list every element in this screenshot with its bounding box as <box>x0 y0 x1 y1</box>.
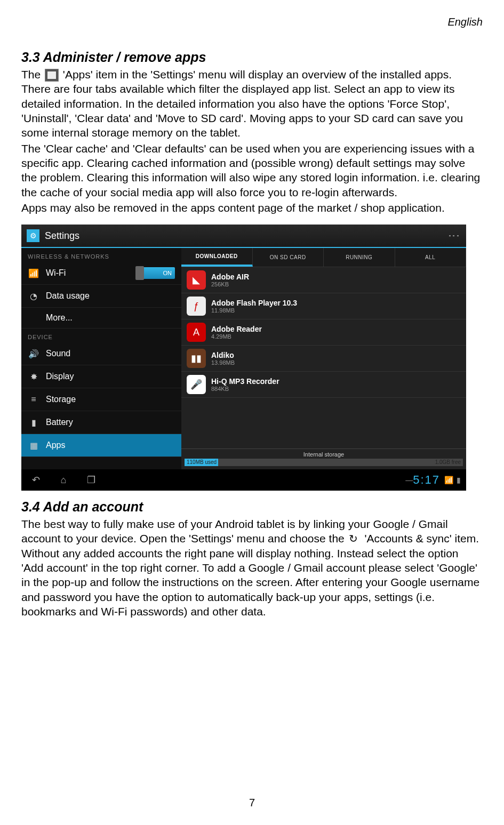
sidebar-item-data-usage[interactable]: ◔ Data usage <box>21 285 181 308</box>
app-icon: A <box>187 323 206 342</box>
system-navbar: ↶ ⌂ ❐ — 5:17 📶 ▮ <box>21 469 466 491</box>
sidebar-section-device: DEVICE <box>21 329 181 342</box>
settings-body: WIRELESS & NETWORKS 📶 Wi-Fi ON ◔ Data us… <box>21 248 466 469</box>
sidebar-item-storage[interactable]: ≡ Storage <box>21 388 181 411</box>
apps-icon: ▦ <box>28 439 39 451</box>
paragraph: The 'Clear cache' and 'Clear defaults' c… <box>21 141 483 199</box>
sidebar-item-apps[interactable]: ▦ Apps <box>21 434 181 457</box>
app-name: Adobe Flash Player 10.3 <box>211 299 297 307</box>
page-number: 7 <box>0 797 504 809</box>
settings-sidebar: WIRELESS & NETWORKS 📶 Wi-Fi ON ◔ Data us… <box>21 248 181 469</box>
app-icon: 🎤 <box>187 375 206 394</box>
wifi-status-icon: 📶 <box>444 476 453 484</box>
tab-all[interactable]: ALL <box>395 248 467 267</box>
text-fragment: 'Accounts & sync' item. Without any adde… <box>21 532 479 618</box>
app-row[interactable]: ƒAdobe Flash Player 10.311.98MB <box>181 293 466 319</box>
app-name: Hi-Q MP3 Recorder <box>211 377 279 386</box>
storage-icon: ≡ <box>28 394 39 405</box>
app-icon: ◣ <box>187 270 206 290</box>
sidebar-item-battery[interactable]: ▮ Battery <box>21 411 181 434</box>
storage-title: Internal storage <box>185 451 463 458</box>
section-3-4-title: 3.4 Add an account <box>21 499 483 515</box>
wifi-icon: 📶 <box>28 267 39 279</box>
home-button[interactable]: ⌂ <box>54 474 73 486</box>
storage-used-label: 110MB used <box>187 459 217 465</box>
sidebar-item-label: More... <box>46 313 175 323</box>
app-row[interactable]: ▮▮Aldiko13.98MB <box>181 346 466 372</box>
app-size: 4.29MB <box>211 333 262 340</box>
sidebar-item-wifi[interactable]: 📶 Wi-Fi ON <box>21 262 181 285</box>
settings-header: ⚙ Settings ⋮ <box>21 225 466 248</box>
tab-downloaded[interactable]: DOWNLOADED <box>181 248 253 267</box>
section-3-4-body: The best way to fully make use of your A… <box>21 517 483 619</box>
text-fragment: The <box>21 68 44 81</box>
section-3-3-body: The 'Apps' item in the 'Settings' menu w… <box>21 67 483 215</box>
app-name: Aldiko <box>211 351 235 359</box>
sidebar-item-sound[interactable]: 🔊 Sound <box>21 342 181 365</box>
apps-icon <box>45 69 59 82</box>
battery-status-icon: ▮ <box>457 476 461 484</box>
settings-icon: ⚙ <box>27 229 39 242</box>
app-size: 884KB <box>211 386 279 392</box>
sidebar-item-label: Storage <box>46 395 175 404</box>
tab-on-sd-card[interactable]: ON SD CARD <box>253 248 324 267</box>
section-3-3-title: 3.3 Administer / remove apps <box>21 50 483 65</box>
language-header: English <box>21 16 483 28</box>
apps-pane: DOWNLOADED ON SD CARD RUNNING ALL ◣Adobe… <box>181 248 466 469</box>
app-list: ◣Adobe AIR256KBƒAdobe Flash Player 10.31… <box>181 267 466 448</box>
sidebar-item-label: Battery <box>46 418 175 427</box>
paragraph: Apps may also be removed in the apps con… <box>21 201 483 215</box>
overflow-menu-icon[interactable]: ⋮ <box>447 230 461 242</box>
tab-running[interactable]: RUNNING <box>324 248 395 267</box>
app-row[interactable]: AAdobe Reader4.29MB <box>181 319 466 346</box>
app-icon: ▮▮ <box>187 349 206 368</box>
settings-screenshot: ⚙ Settings ⋮ WIRELESS & NETWORKS 📶 Wi-Fi… <box>21 225 466 491</box>
app-row[interactable]: 🎤Hi-Q MP3 Recorder884KB <box>181 372 466 398</box>
app-size: 11.98MB <box>211 307 297 314</box>
settings-title: Settings <box>45 230 447 242</box>
storage-free-label: 1.0GB free <box>435 459 461 465</box>
text-fragment: 'Apps' item in the 'Settings' menu will … <box>21 68 463 139</box>
sidebar-item-display[interactable]: ✸ Display <box>21 365 181 388</box>
sidebar-item-label: Apps <box>46 440 175 450</box>
wifi-toggle[interactable]: ON <box>143 267 175 279</box>
apps-tabs: DOWNLOADED ON SD CARD RUNNING ALL <box>181 248 466 267</box>
display-icon: ✸ <box>28 371 39 382</box>
sidebar-item-label: Wi-Fi <box>46 268 143 278</box>
app-name: Adobe Reader <box>211 325 262 333</box>
sidebar-item-more[interactable]: More... <box>21 308 181 329</box>
clock: 5:17 <box>413 473 440 487</box>
recents-button[interactable]: ❐ <box>82 474 100 486</box>
app-size: 256KB <box>211 281 249 287</box>
sidebar-item-label: Sound <box>46 349 175 358</box>
storage-bar: 110MB used 1.0GB free <box>185 459 463 466</box>
sync-icon: ↻ <box>349 533 361 546</box>
sound-icon: 🔊 <box>28 348 39 359</box>
sidebar-section-wireless: WIRELESS & NETWORKS <box>21 248 181 262</box>
sidebar-item-label: Data usage <box>46 291 175 301</box>
app-row[interactable]: ◣Adobe AIR256KB <box>181 267 466 293</box>
app-icon: ƒ <box>187 297 206 316</box>
sidebar-item-label: Display <box>46 372 175 381</box>
status-minus-icon: — <box>405 476 413 484</box>
back-button[interactable]: ↶ <box>27 474 45 486</box>
data-usage-icon: ◔ <box>28 290 39 302</box>
app-size: 13.98MB <box>211 359 235 366</box>
storage-summary: Internal storage 110MB used 1.0GB free <box>181 448 466 469</box>
battery-icon: ▮ <box>28 416 39 428</box>
app-name: Adobe AIR <box>211 273 249 281</box>
